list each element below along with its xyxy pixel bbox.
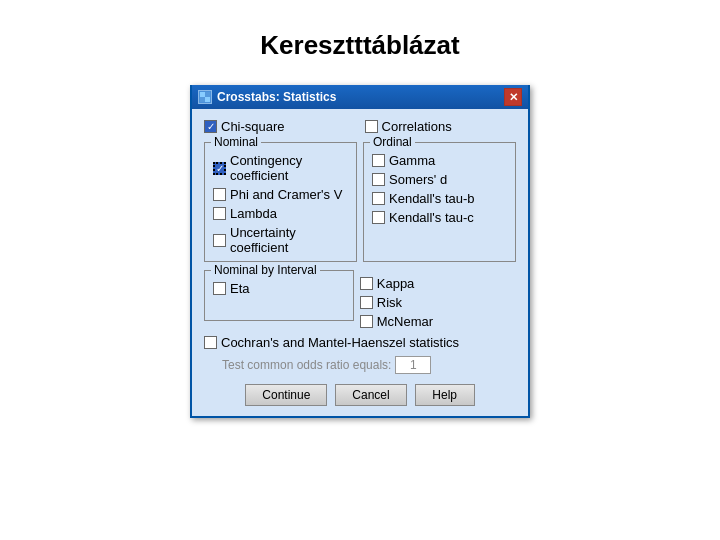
nominal-group-items: Contingency coefficient Phi and Cramer's… — [213, 153, 348, 255]
somers-checkbox[interactable] — [372, 173, 385, 186]
mcnemar-item[interactable]: McNemar — [360, 314, 516, 329]
phi-cramer-checkbox[interactable] — [213, 188, 226, 201]
nominal-group: Nominal Contingency coefficient Phi and … — [204, 142, 357, 262]
chi-square-label: Chi-square — [221, 119, 285, 134]
svg-rect-0 — [200, 92, 205, 97]
kappa-checkbox[interactable] — [360, 277, 373, 290]
eta-checkbox[interactable] — [213, 282, 226, 295]
middle-section: Nominal by Interval Eta Kappa Risk — [204, 270, 516, 329]
somers-item[interactable]: Somers' d — [372, 172, 507, 187]
somers-label: Somers' d — [389, 172, 447, 187]
lambda-label: Lambda — [230, 206, 277, 221]
cochran-row: Cochran's and Mantel-Haenszel statistics — [204, 335, 516, 350]
page-title: Keresztttáblázat — [260, 30, 459, 61]
help-button[interactable]: Help — [415, 384, 475, 406]
correlations-item[interactable]: Correlations — [365, 119, 452, 134]
kendall-tauc-item[interactable]: Kendall's tau-c — [372, 210, 507, 225]
nbi-group-label: Nominal by Interval — [211, 263, 320, 277]
titlebar-left: Crosstabs: Statistics — [198, 90, 336, 104]
risk-checkbox[interactable] — [360, 296, 373, 309]
ordinal-group-items: Gamma Somers' d Kendall's tau-b Kendall'… — [372, 153, 507, 225]
gamma-checkbox[interactable] — [372, 154, 385, 167]
dialog-window: Crosstabs: Statistics ✕ Chi-square Corre… — [190, 85, 530, 418]
dialog-titlebar: Crosstabs: Statistics ✕ — [192, 85, 528, 109]
close-button[interactable]: ✕ — [504, 88, 522, 106]
test-ratio-label: Test common odds ratio equals: — [222, 358, 391, 372]
nominal-group-label: Nominal — [211, 135, 261, 149]
test-ratio-row: Test common odds ratio equals: — [204, 356, 516, 374]
nominal-by-interval-group: Nominal by Interval Eta — [204, 270, 354, 321]
kendall-taub-checkbox[interactable] — [372, 192, 385, 205]
lambda-checkbox[interactable] — [213, 207, 226, 220]
contingency-checkbox[interactable] — [213, 162, 226, 175]
nbi-group-items: Eta — [213, 281, 345, 296]
buttons-row: Continue Cancel Help — [204, 384, 516, 406]
risk-label: Risk — [377, 295, 402, 310]
chi-square-checkbox[interactable] — [204, 120, 217, 133]
ordinal-group-label: Ordinal — [370, 135, 415, 149]
gamma-item[interactable]: Gamma — [372, 153, 507, 168]
top-checkboxes-row: Chi-square Correlations — [204, 119, 516, 134]
dialog-app-icon — [198, 90, 212, 104]
groups-row: Nominal Contingency coefficient Phi and … — [204, 142, 516, 262]
risk-item[interactable]: Risk — [360, 295, 516, 310]
kendall-tauc-checkbox[interactable] — [372, 211, 385, 224]
svg-rect-3 — [205, 97, 210, 102]
bottom-section: Cochran's and Mantel-Haenszel statistics… — [204, 335, 516, 374]
contingency-label: Contingency coefficient — [230, 153, 348, 183]
correlations-label: Correlations — [382, 119, 452, 134]
dialog-title: Crosstabs: Statistics — [217, 90, 336, 104]
kappa-label: Kappa — [377, 276, 415, 291]
eta-item[interactable]: Eta — [213, 281, 345, 296]
kendall-taub-label: Kendall's tau-b — [389, 191, 475, 206]
uncertainty-label: Uncertainty coefficient — [230, 225, 348, 255]
contingency-item[interactable]: Contingency coefficient — [213, 153, 348, 183]
svg-rect-2 — [200, 97, 205, 102]
right-standalone-items: Kappa Risk McNemar — [360, 270, 516, 329]
cancel-button[interactable]: Cancel — [335, 384, 406, 406]
lambda-item[interactable]: Lambda — [213, 206, 348, 221]
chi-square-item[interactable]: Chi-square — [204, 119, 285, 134]
kendall-taub-item[interactable]: Kendall's tau-b — [372, 191, 507, 206]
kappa-item[interactable]: Kappa — [360, 276, 516, 291]
uncertainty-checkbox[interactable] — [213, 234, 226, 247]
mcnemar-checkbox[interactable] — [360, 315, 373, 328]
phi-cramer-item[interactable]: Phi and Cramer's V — [213, 187, 348, 202]
kendall-tauc-label: Kendall's tau-c — [389, 210, 474, 225]
ordinal-group: Ordinal Gamma Somers' d Kendall's tau-b — [363, 142, 516, 262]
gamma-label: Gamma — [389, 153, 435, 168]
continue-button[interactable]: Continue — [245, 384, 327, 406]
dialog-body: Chi-square Correlations Nominal Continge… — [192, 109, 528, 416]
eta-label: Eta — [230, 281, 250, 296]
correlations-checkbox[interactable] — [365, 120, 378, 133]
mcnemar-label: McNemar — [377, 314, 433, 329]
cochran-label: Cochran's and Mantel-Haenszel statistics — [221, 335, 459, 350]
test-ratio-input[interactable] — [395, 356, 431, 374]
cochran-checkbox[interactable] — [204, 336, 217, 349]
uncertainty-item[interactable]: Uncertainty coefficient — [213, 225, 348, 255]
phi-cramer-label: Phi and Cramer's V — [230, 187, 342, 202]
svg-rect-1 — [205, 92, 210, 97]
